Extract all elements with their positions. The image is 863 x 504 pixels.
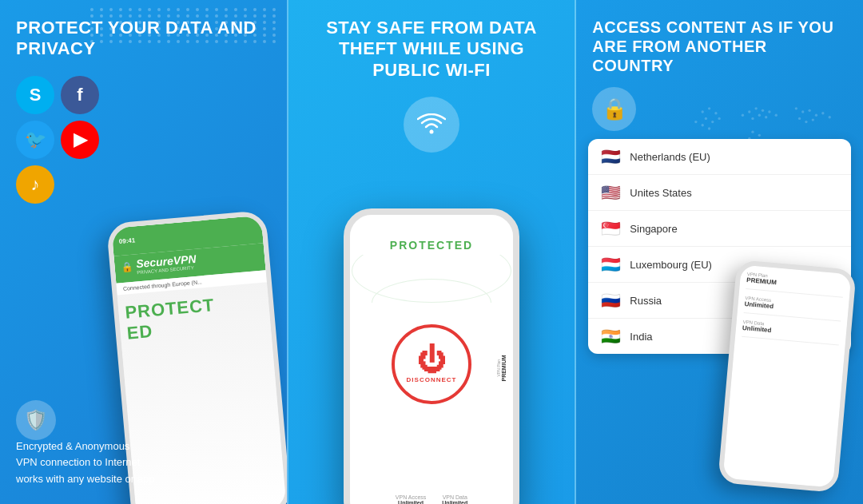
- svg-point-10: [701, 110, 703, 113]
- wifi-icon: [404, 97, 459, 153]
- svg-point-7: [742, 114, 744, 117]
- svg-point-24: [828, 116, 830, 118]
- footer-line3: works with any website or app: [16, 471, 154, 488]
- svg-point-17: [701, 124, 703, 126]
- vpn-access-label: VPN Access: [396, 494, 427, 500]
- shield-icon-bottom: 🛡️: [16, 400, 56, 440]
- facebook-icon: f: [61, 76, 99, 114]
- svg-point-16: [694, 121, 697, 123]
- phone-inner-3: VPN Plan PREMIUM VPN Access Unlimited VP…: [734, 264, 852, 359]
- vpn-plan-value: PREMIUM: [501, 355, 507, 381]
- disconnect-button[interactable]: ⏻ DISCONNECT: [392, 324, 471, 404]
- svg-point-9: [775, 114, 777, 117]
- svg-point-4: [751, 117, 754, 120]
- svg-point-5: [758, 114, 761, 117]
- svg-point-22: [815, 114, 817, 117]
- vpn-data-info: VPN Data Unlimited: [442, 494, 467, 504]
- protected-label-2: PROTECTED: [350, 239, 513, 252]
- lock-icon-circle: 🔒: [592, 87, 636, 131]
- country-flag: 🇷🇺: [599, 289, 622, 312]
- panel-another-country: ACCESS CONTENT AS IF YOU ARE FROM ANOTHE…: [576, 0, 863, 504]
- phone-body-2: PROTECTED ⏻ DISCONNECT VPN Plan PREMIUM: [344, 208, 519, 504]
- phone-screen-3: VPN Plan PREMIUM VPN Access Unlimited VP…: [723, 264, 852, 487]
- svg-point-32: [748, 137, 750, 140]
- vpn-plan-row: VPN Plan PREMIUM: [746, 272, 844, 298]
- svg-point-29: [758, 134, 761, 137]
- svg-point-15: [718, 117, 720, 120]
- svg-point-27: [812, 118, 814, 121]
- country-name: India: [630, 331, 652, 343]
- svg-point-1: [748, 110, 750, 113]
- vpn-access-row: VPN Access Unlimited: [744, 296, 842, 322]
- svg-point-21: [808, 109, 810, 112]
- svg-point-28: [751, 130, 754, 133]
- country-flag: 🇱🇺: [599, 253, 622, 276]
- svg-point-33: [815, 151, 817, 153]
- country-flag: 🇸🇬: [599, 217, 622, 240]
- svg-point-23: [821, 112, 824, 114]
- footer-line2: VPN connection to Internet: [16, 454, 154, 471]
- disconnect-label: DISCONNECT: [407, 376, 457, 383]
- svg-point-18: [708, 127, 710, 129]
- svg-point-20: [801, 110, 804, 113]
- vpn-data-row: VPN Data Unlimited: [742, 319, 840, 346]
- svg-point-31: [762, 144, 764, 146]
- status-time: 09:41: [118, 236, 135, 245]
- power-icon: ⏻: [417, 346, 447, 375]
- country-flag: 🇺🇸: [599, 181, 622, 204]
- panel2-title: STAY SAFE FROM DATA THEFT WHILE USING PU…: [288, 0, 575, 89]
- country-flag: 🇳🇱: [599, 145, 622, 168]
- svg-point-37: [825, 157, 827, 160]
- phone-mockup-3: VPN Plan PREMIUM VPN Access Unlimited VP…: [727, 264, 863, 504]
- vpn-data-label: VPN Data: [442, 494, 467, 500]
- youtube-icon: ▶: [61, 121, 99, 159]
- panel-protect-privacy: // Will render via JS below PROTECT YOUR…: [0, 0, 287, 504]
- footer-line1: Encrypted & Anonymous: [16, 439, 154, 455]
- wifi-icon-container: [288, 97, 575, 153]
- svg-point-34: [821, 149, 824, 152]
- protected-label: PROTECTED: [117, 282, 272, 352]
- svg-point-19: [795, 107, 797, 109]
- svg-point-36: [818, 156, 821, 158]
- vpn-access-value: Unlimited: [396, 500, 427, 504]
- svg-point-26: [805, 121, 807, 123]
- phone-body-3: VPN Plan PREMIUM VPN Access Unlimited VP…: [718, 260, 857, 493]
- panel1-footer: Encrypted & Anonymous VPN connection to …: [16, 439, 154, 488]
- svg-point-6: [765, 116, 767, 118]
- phone-mockup-2: PROTECTED ⏻ DISCONNECT VPN Plan PREMIUM: [328, 208, 535, 504]
- svg-point-30: [754, 141, 757, 143]
- svg-point-0: [430, 130, 434, 134]
- country-flag: 🇮🇳: [599, 325, 622, 347]
- svg-point-2: [754, 107, 757, 109]
- country-name: Russia: [630, 295, 662, 307]
- svg-point-11: [708, 107, 710, 109]
- skype-icon: S: [16, 76, 54, 114]
- svg-point-3: [762, 109, 764, 112]
- vpn-data-value: Unlimited: [442, 500, 467, 504]
- world-map-dots: [662, 0, 863, 277]
- svg-point-35: [828, 152, 830, 154]
- dot-map-bg: // Will render via JS below: [90, 8, 279, 43]
- twitter-icon: 🐦: [16, 121, 54, 159]
- svg-point-14: [711, 121, 714, 123]
- svg-point-25: [798, 117, 801, 120]
- panel-wifi-safety: STAY SAFE FROM DATA THEFT WHILE USING PU…: [287, 0, 577, 504]
- music-icon: ♪: [16, 165, 54, 204]
- svg-point-12: [714, 112, 717, 114]
- svg-point-8: [768, 110, 770, 113]
- svg-point-13: [705, 117, 707, 120]
- phone-screen-2: PROTECTED ⏻ DISCONNECT VPN Plan PREMIUM: [350, 215, 513, 504]
- vpn-access-info: VPN Access Unlimited: [396, 494, 427, 504]
